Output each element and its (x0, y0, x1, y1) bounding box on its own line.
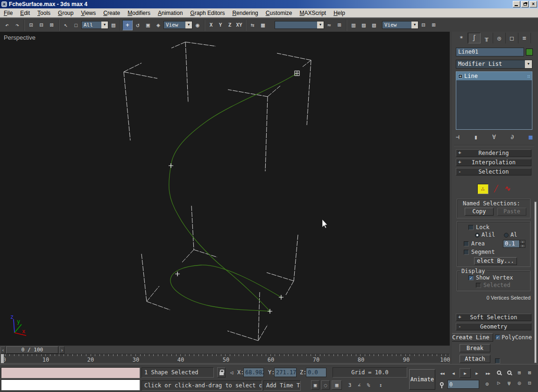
previous-frame-icon[interactable]: ◀ (448, 369, 459, 378)
remove-modifier-icon[interactable]: ∂ (510, 133, 514, 140)
bind-spacewarp-icon[interactable]: ⊠ (47, 20, 57, 30)
zoom-all-icon[interactable] (504, 368, 514, 377)
menu-create[interactable]: Create (99, 9, 124, 17)
array-icon[interactable]: ▦ (258, 20, 268, 30)
menu-group[interactable]: Group (54, 9, 77, 17)
stack-item-line[interactable]: + Line ∷ (456, 72, 532, 80)
tab-utilities[interactable]: ≡ (518, 33, 531, 43)
menu-animation[interactable]: Animation (154, 9, 186, 17)
tab-hierarchy[interactable]: ╥ (481, 33, 493, 43)
z-coordinate-field[interactable]: 0.0 (306, 368, 326, 377)
menu-views[interactable]: Views (77, 9, 99, 17)
material-editor-icon[interactable]: ▥ (348, 20, 359, 30)
title-bar[interactable]: FcheSurface.max - 3ds max 4 × (0, 0, 538, 8)
quick-render-icon[interactable]: ⊟ (418, 20, 429, 30)
schematic-view-icon[interactable]: ⊞ (334, 20, 345, 30)
selection-region-icon[interactable]: ☐ (71, 20, 81, 30)
dropdown-arrow-icon[interactable]: ▼ (525, 60, 532, 68)
absolute-offset-icon[interactable]: ◁ (227, 367, 236, 378)
area-threshold-field[interactable]: 0.1 (503, 240, 520, 248)
panel-scrollbar[interactable] (534, 202, 537, 363)
rotate-tool-icon[interactable]: ↺ (133, 20, 143, 30)
menu-help[interactable]: Help (330, 9, 349, 17)
menu-modifiers[interactable]: Modifiers (124, 9, 154, 17)
show-vertex-checkbox[interactable]: ✓ (468, 275, 474, 280)
spinner-snap-icon[interactable]: ↕ (376, 380, 385, 390)
all-radio[interactable] (504, 233, 509, 238)
perspective-viewport[interactable]: z y x Perspective (0, 32, 450, 345)
render-type-icon[interactable]: ▧ (369, 20, 379, 30)
tab-create[interactable]: * (455, 33, 468, 43)
snap-toggle-3d-icon[interactable]: ▦ (332, 380, 342, 390)
pin-stack-icon[interactable]: ⊣ (456, 133, 460, 140)
menu-graph-editors[interactable]: Graph Editors (186, 9, 228, 17)
unlink-icon[interactable]: ⊟ (36, 20, 47, 30)
spinner-up-icon[interactable]: ▴ (520, 240, 525, 244)
go-to-start-icon[interactable]: ◀◀ (437, 369, 447, 378)
use-pivot-center-icon[interactable]: ◉ (192, 20, 203, 30)
field-of-view-icon[interactable]: ▷ (494, 378, 503, 387)
go-to-end-icon[interactable]: ▶▶ (483, 369, 493, 378)
undo-icon[interactable]: ↶ (2, 20, 12, 30)
restrict-xy-button[interactable]: XY (234, 21, 244, 30)
play-button-icon[interactable]: ▶ (460, 368, 471, 378)
curve-editor-icon[interactable]: ≈ (324, 20, 334, 30)
current-frame-marker[interactable] (0, 354, 4, 364)
mirror-icon[interactable]: ⇆ (248, 20, 258, 30)
select-link-icon[interactable]: ⊡ (26, 20, 36, 30)
restrict-y-button[interactable]: Y (216, 21, 225, 30)
make-unique-icon[interactable]: ∀ (492, 133, 496, 140)
macro-recorder-field[interactable] (1, 367, 140, 378)
add-time-tag[interactable]: Add Time Tag (263, 380, 301, 391)
restrict-x-button[interactable]: X (206, 21, 216, 30)
render-last-icon[interactable]: ⊞ (429, 20, 439, 30)
configure-stack-icon[interactable]: ▦ (529, 133, 532, 140)
paste-button[interactable]: Paste (497, 208, 526, 216)
tab-motion[interactable]: ◎ (493, 33, 506, 43)
spinner-down-icon[interactable]: ▾ (520, 244, 525, 248)
dropdown-arrow-icon[interactable]: ▼ (185, 21, 192, 28)
object-color-swatch[interactable] (526, 49, 533, 56)
attach-button[interactable]: Attach (460, 355, 490, 363)
break-button[interactable]: Break (460, 344, 490, 352)
y-coordinate-field[interactable]: 271.177 (274, 368, 297, 377)
dropdown-arrow-icon[interactable]: ▼ (317, 21, 324, 28)
time-slider-thumb[interactable]: 0 / 100 (6, 346, 58, 354)
rollout-soft-selection[interactable]: +Soft Selection (456, 314, 531, 321)
dotted-snap-icon[interactable]: ◌ (321, 380, 330, 390)
set-key-icon[interactable] (438, 379, 446, 389)
dropdown-arrow-icon[interactable]: ▼ (101, 21, 108, 28)
current-frame-field[interactable]: 0 (447, 380, 479, 389)
animate-button[interactable]: Animate (409, 369, 435, 390)
selected-checkbox[interactable] (476, 283, 481, 288)
tab-modify[interactable]: ∫ (468, 33, 481, 43)
expand-icon[interactable]: + (458, 74, 462, 78)
rollout-selection[interactable]: -Selection (456, 168, 531, 175)
script-listener-field[interactable] (1, 379, 140, 391)
track-bar[interactable]: 0 10 20 30 40 50 60 70 80 90 100 (0, 354, 450, 364)
zoom-extents-icon[interactable]: ⊞ (515, 368, 524, 377)
reference-coordinate-dropdown[interactable]: View ▼ (163, 21, 192, 29)
pan-icon[interactable]: ψ (504, 378, 514, 387)
selection-lock-icon[interactable] (217, 367, 226, 378)
spline-subobject-icon[interactable]: ∿ (503, 184, 513, 194)
viewport-label[interactable]: Perspective (4, 34, 35, 41)
modifier-list-dropdown[interactable]: Modifier List ▼ (456, 60, 532, 69)
arc-rotate-icon[interactable]: ◎ (515, 378, 524, 387)
menu-file[interactable]: File (0, 9, 16, 17)
x-coordinate-field[interactable]: 68.982 (243, 368, 264, 377)
scale-tool-icon[interactable]: ▣ (143, 20, 153, 30)
menu-tools[interactable]: Tools (34, 9, 54, 17)
frame-next-icon[interactable]: › (59, 346, 64, 354)
menu-maxscript[interactable]: MAXScript (296, 9, 330, 17)
select-by-name-icon[interactable]: ▤ (108, 20, 119, 30)
time-configuration-icon[interactable]: ⊙ (483, 379, 491, 389)
modifier-stack[interactable]: + Line ∷ (456, 71, 532, 130)
snap-3d-icon[interactable]: 3 (346, 380, 354, 390)
move-tool-icon[interactable]: + (122, 20, 133, 30)
redo-icon[interactable]: ↷ (12, 20, 22, 30)
rollout-geometry[interactable]: -Geometry (456, 323, 531, 330)
menu-rendering[interactable]: Rendering (228, 9, 262, 17)
min-max-toggle-icon[interactable]: ⊡ (525, 378, 534, 387)
area-checkbox[interactable] (464, 241, 469, 246)
